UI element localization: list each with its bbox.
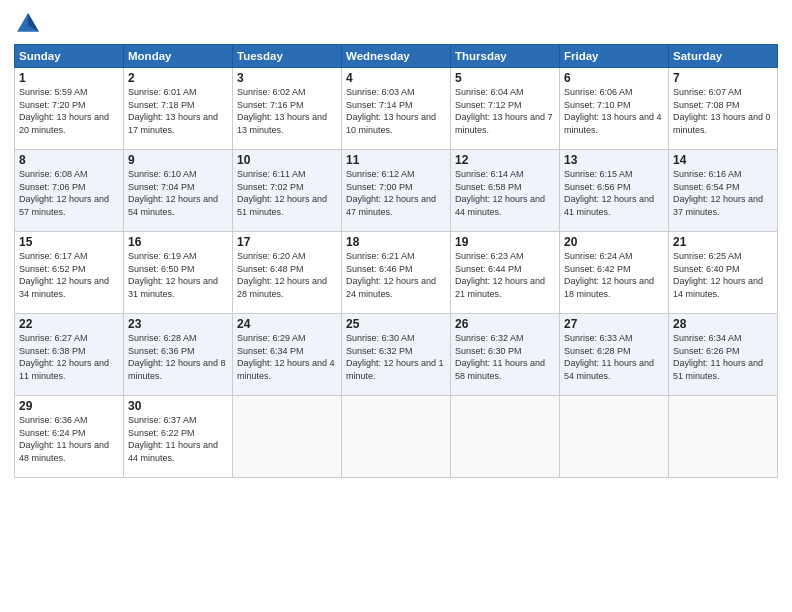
calendar-cell: 11Sunrise: 6:12 AMSunset: 7:00 PMDayligh… bbox=[342, 150, 451, 232]
cell-content: Sunrise: 6:17 AMSunset: 6:52 PMDaylight:… bbox=[19, 250, 119, 300]
calendar-header-row: SundayMondayTuesdayWednesdayThursdayFrid… bbox=[15, 45, 778, 68]
day-number: 22 bbox=[19, 317, 119, 331]
calendar-header-wednesday: Wednesday bbox=[342, 45, 451, 68]
day-number: 28 bbox=[673, 317, 773, 331]
calendar-header-friday: Friday bbox=[560, 45, 669, 68]
logo-icon bbox=[14, 10, 42, 38]
calendar-cell bbox=[669, 396, 778, 478]
cell-content: Sunrise: 6:28 AMSunset: 6:36 PMDaylight:… bbox=[128, 332, 228, 382]
calendar-cell: 6Sunrise: 6:06 AMSunset: 7:10 PMDaylight… bbox=[560, 68, 669, 150]
day-number: 14 bbox=[673, 153, 773, 167]
cell-content: Sunrise: 6:02 AMSunset: 7:16 PMDaylight:… bbox=[237, 86, 337, 136]
calendar-cell: 14Sunrise: 6:16 AMSunset: 6:54 PMDayligh… bbox=[669, 150, 778, 232]
cell-content: Sunrise: 6:37 AMSunset: 6:22 PMDaylight:… bbox=[128, 414, 228, 464]
cell-content: Sunrise: 6:32 AMSunset: 6:30 PMDaylight:… bbox=[455, 332, 555, 382]
calendar-cell: 15Sunrise: 6:17 AMSunset: 6:52 PMDayligh… bbox=[15, 232, 124, 314]
cell-content: Sunrise: 6:23 AMSunset: 6:44 PMDaylight:… bbox=[455, 250, 555, 300]
day-number: 20 bbox=[564, 235, 664, 249]
calendar-week-1: 1Sunrise: 5:59 AMSunset: 7:20 PMDaylight… bbox=[15, 68, 778, 150]
day-number: 10 bbox=[237, 153, 337, 167]
cell-content: Sunrise: 6:15 AMSunset: 6:56 PMDaylight:… bbox=[564, 168, 664, 218]
cell-content: Sunrise: 6:30 AMSunset: 6:32 PMDaylight:… bbox=[346, 332, 446, 382]
day-number: 30 bbox=[128, 399, 228, 413]
day-number: 29 bbox=[19, 399, 119, 413]
day-number: 3 bbox=[237, 71, 337, 85]
logo bbox=[14, 10, 46, 38]
day-number: 7 bbox=[673, 71, 773, 85]
cell-content: Sunrise: 6:06 AMSunset: 7:10 PMDaylight:… bbox=[564, 86, 664, 136]
calendar-cell: 7Sunrise: 6:07 AMSunset: 7:08 PMDaylight… bbox=[669, 68, 778, 150]
calendar-cell: 2Sunrise: 6:01 AMSunset: 7:18 PMDaylight… bbox=[124, 68, 233, 150]
calendar-cell: 23Sunrise: 6:28 AMSunset: 6:36 PMDayligh… bbox=[124, 314, 233, 396]
calendar-cell: 9Sunrise: 6:10 AMSunset: 7:04 PMDaylight… bbox=[124, 150, 233, 232]
day-number: 9 bbox=[128, 153, 228, 167]
day-number: 12 bbox=[455, 153, 555, 167]
calendar-cell: 5Sunrise: 6:04 AMSunset: 7:12 PMDaylight… bbox=[451, 68, 560, 150]
cell-content: Sunrise: 6:16 AMSunset: 6:54 PMDaylight:… bbox=[673, 168, 773, 218]
calendar-cell: 25Sunrise: 6:30 AMSunset: 6:32 PMDayligh… bbox=[342, 314, 451, 396]
calendar-cell: 27Sunrise: 6:33 AMSunset: 6:28 PMDayligh… bbox=[560, 314, 669, 396]
day-number: 15 bbox=[19, 235, 119, 249]
calendar-cell: 13Sunrise: 6:15 AMSunset: 6:56 PMDayligh… bbox=[560, 150, 669, 232]
calendar-cell: 3Sunrise: 6:02 AMSunset: 7:16 PMDaylight… bbox=[233, 68, 342, 150]
calendar-cell: 4Sunrise: 6:03 AMSunset: 7:14 PMDaylight… bbox=[342, 68, 451, 150]
day-number: 24 bbox=[237, 317, 337, 331]
day-number: 17 bbox=[237, 235, 337, 249]
calendar-table: SundayMondayTuesdayWednesdayThursdayFrid… bbox=[14, 44, 778, 478]
calendar-cell: 22Sunrise: 6:27 AMSunset: 6:38 PMDayligh… bbox=[15, 314, 124, 396]
day-number: 23 bbox=[128, 317, 228, 331]
calendar-cell: 26Sunrise: 6:32 AMSunset: 6:30 PMDayligh… bbox=[451, 314, 560, 396]
calendar-cell: 28Sunrise: 6:34 AMSunset: 6:26 PMDayligh… bbox=[669, 314, 778, 396]
cell-content: Sunrise: 6:19 AMSunset: 6:50 PMDaylight:… bbox=[128, 250, 228, 300]
day-number: 1 bbox=[19, 71, 119, 85]
cell-content: Sunrise: 6:11 AMSunset: 7:02 PMDaylight:… bbox=[237, 168, 337, 218]
cell-content: Sunrise: 6:03 AMSunset: 7:14 PMDaylight:… bbox=[346, 86, 446, 136]
cell-content: Sunrise: 6:34 AMSunset: 6:26 PMDaylight:… bbox=[673, 332, 773, 382]
day-number: 21 bbox=[673, 235, 773, 249]
cell-content: Sunrise: 6:25 AMSunset: 6:40 PMDaylight:… bbox=[673, 250, 773, 300]
calendar-cell: 1Sunrise: 5:59 AMSunset: 7:20 PMDaylight… bbox=[15, 68, 124, 150]
calendar-cell: 18Sunrise: 6:21 AMSunset: 6:46 PMDayligh… bbox=[342, 232, 451, 314]
cell-content: Sunrise: 6:01 AMSunset: 7:18 PMDaylight:… bbox=[128, 86, 228, 136]
calendar-cell bbox=[342, 396, 451, 478]
calendar-cell: 29Sunrise: 6:36 AMSunset: 6:24 PMDayligh… bbox=[15, 396, 124, 478]
calendar-cell bbox=[560, 396, 669, 478]
cell-content: Sunrise: 6:20 AMSunset: 6:48 PMDaylight:… bbox=[237, 250, 337, 300]
calendar-cell bbox=[233, 396, 342, 478]
cell-content: Sunrise: 5:59 AMSunset: 7:20 PMDaylight:… bbox=[19, 86, 119, 136]
calendar-cell: 24Sunrise: 6:29 AMSunset: 6:34 PMDayligh… bbox=[233, 314, 342, 396]
calendar-cell: 17Sunrise: 6:20 AMSunset: 6:48 PMDayligh… bbox=[233, 232, 342, 314]
day-number: 19 bbox=[455, 235, 555, 249]
calendar-week-2: 8Sunrise: 6:08 AMSunset: 7:06 PMDaylight… bbox=[15, 150, 778, 232]
cell-content: Sunrise: 6:12 AMSunset: 7:00 PMDaylight:… bbox=[346, 168, 446, 218]
calendar-cell: 16Sunrise: 6:19 AMSunset: 6:50 PMDayligh… bbox=[124, 232, 233, 314]
cell-content: Sunrise: 6:14 AMSunset: 6:58 PMDaylight:… bbox=[455, 168, 555, 218]
cell-content: Sunrise: 6:21 AMSunset: 6:46 PMDaylight:… bbox=[346, 250, 446, 300]
calendar-header-monday: Monday bbox=[124, 45, 233, 68]
cell-content: Sunrise: 6:24 AMSunset: 6:42 PMDaylight:… bbox=[564, 250, 664, 300]
calendar-header-saturday: Saturday bbox=[669, 45, 778, 68]
calendar-cell bbox=[451, 396, 560, 478]
day-number: 16 bbox=[128, 235, 228, 249]
day-number: 6 bbox=[564, 71, 664, 85]
calendar-week-5: 29Sunrise: 6:36 AMSunset: 6:24 PMDayligh… bbox=[15, 396, 778, 478]
day-number: 27 bbox=[564, 317, 664, 331]
cell-content: Sunrise: 6:36 AMSunset: 6:24 PMDaylight:… bbox=[19, 414, 119, 464]
cell-content: Sunrise: 6:07 AMSunset: 7:08 PMDaylight:… bbox=[673, 86, 773, 136]
calendar-cell: 20Sunrise: 6:24 AMSunset: 6:42 PMDayligh… bbox=[560, 232, 669, 314]
calendar-cell: 8Sunrise: 6:08 AMSunset: 7:06 PMDaylight… bbox=[15, 150, 124, 232]
calendar-week-3: 15Sunrise: 6:17 AMSunset: 6:52 PMDayligh… bbox=[15, 232, 778, 314]
calendar-header-thursday: Thursday bbox=[451, 45, 560, 68]
day-number: 5 bbox=[455, 71, 555, 85]
page: SundayMondayTuesdayWednesdayThursdayFrid… bbox=[0, 0, 792, 612]
day-number: 2 bbox=[128, 71, 228, 85]
cell-content: Sunrise: 6:10 AMSunset: 7:04 PMDaylight:… bbox=[128, 168, 228, 218]
header bbox=[14, 10, 778, 38]
calendar-cell: 19Sunrise: 6:23 AMSunset: 6:44 PMDayligh… bbox=[451, 232, 560, 314]
calendar-cell: 12Sunrise: 6:14 AMSunset: 6:58 PMDayligh… bbox=[451, 150, 560, 232]
cell-content: Sunrise: 6:27 AMSunset: 6:38 PMDaylight:… bbox=[19, 332, 119, 382]
day-number: 11 bbox=[346, 153, 446, 167]
calendar-header-tuesday: Tuesday bbox=[233, 45, 342, 68]
calendar-cell: 21Sunrise: 6:25 AMSunset: 6:40 PMDayligh… bbox=[669, 232, 778, 314]
cell-content: Sunrise: 6:08 AMSunset: 7:06 PMDaylight:… bbox=[19, 168, 119, 218]
